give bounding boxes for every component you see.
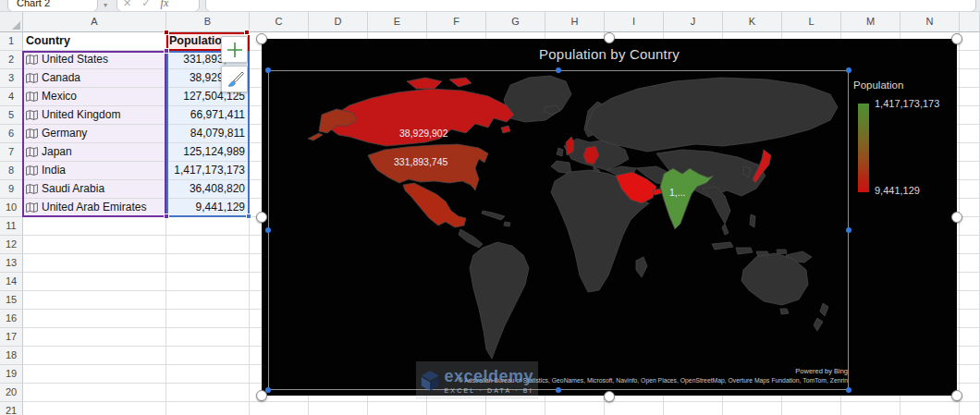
cell-O18[interactable]: [960, 347, 980, 365]
cell-A19[interactable]: [23, 365, 166, 384]
cell-B15[interactable]: [166, 291, 250, 310]
column-header-E[interactable]: E: [368, 12, 427, 32]
cell-A5[interactable]: United Kingdom: [23, 106, 166, 125]
cell-B11[interactable]: [166, 217, 250, 236]
cell-O5[interactable]: [960, 106, 980, 125]
column-header-I[interactable]: I: [605, 12, 664, 32]
column-header-C[interactable]: C: [250, 12, 309, 32]
cell-B14[interactable]: [166, 273, 250, 291]
cancel-icon[interactable]: ✕: [123, 0, 131, 8]
cell-O9[interactable]: [960, 180, 980, 199]
column-header-B[interactable]: B: [166, 12, 250, 32]
plot-handle[interactable]: [846, 227, 851, 233]
cell-A15[interactable]: [23, 291, 166, 310]
cell-A14[interactable]: [23, 273, 166, 291]
cell-A6[interactable]: Germany: [23, 125, 166, 143]
column-header-M[interactable]: M: [841, 12, 900, 32]
cell-O8[interactable]: [960, 162, 980, 180]
row-header-2[interactable]: 2: [0, 51, 23, 69]
enter-icon[interactable]: ✓: [141, 0, 150, 8]
row-header-11[interactable]: 11: [0, 217, 23, 236]
cell-A3[interactable]: Canada: [23, 69, 166, 88]
cell-C21[interactable]: [250, 402, 309, 415]
cell-J21[interactable]: [664, 402, 723, 415]
row-header-14[interactable]: 14: [0, 273, 23, 291]
plot-handle[interactable]: [265, 227, 271, 233]
map-country-mexico[interactable]: [403, 183, 466, 227]
cell-M21[interactable]: [841, 402, 900, 415]
cell-B21[interactable]: [166, 402, 250, 415]
cell-O17[interactable]: [960, 328, 980, 347]
cell-F21[interactable]: [427, 402, 486, 415]
chart-resize-handle-s[interactable]: [604, 391, 615, 402]
cell-D21[interactable]: [309, 402, 368, 415]
plot-handle[interactable]: [846, 387, 851, 393]
cell-L21[interactable]: [782, 402, 841, 415]
cell-O14[interactable]: [960, 273, 980, 291]
row-header-21[interactable]: 21: [0, 402, 23, 415]
cell-O21[interactable]: [960, 402, 980, 415]
chart-title[interactable]: Population by Country: [262, 46, 957, 62]
cell-A8[interactable]: India: [23, 162, 166, 180]
cell-A20[interactable]: [23, 384, 166, 402]
column-header-N[interactable]: N: [900, 12, 960, 32]
range-handle[interactable]: [164, 48, 169, 54]
cell-B6[interactable]: 84,079,811: [166, 125, 250, 143]
plot-handle[interactable]: [556, 67, 561, 73]
chart-elements-button[interactable]: [221, 36, 248, 63]
name-box[interactable]: Chart 2: [7, 0, 98, 12]
name-box-dropdown-icon[interactable]: ▾: [104, 1, 107, 9]
column-header-L[interactable]: L: [782, 12, 841, 32]
cell-O6[interactable]: [960, 125, 980, 143]
cell-A4[interactable]: Mexico: [23, 88, 166, 106]
cell-G21[interactable]: [486, 402, 545, 415]
cell-B17[interactable]: [166, 328, 250, 347]
formula-bar-input[interactable]: [205, 0, 976, 12]
row-header-7[interactable]: 7: [0, 143, 23, 162]
cell-B13[interactable]: [166, 254, 250, 273]
fx-icon[interactable]: fx: [161, 0, 169, 9]
row-header-12[interactable]: 12: [0, 236, 23, 254]
chart-resize-handle-sw[interactable]: [256, 390, 267, 401]
cell-O13[interactable]: [960, 254, 980, 273]
chart-resize-handle-ne[interactable]: [951, 33, 962, 44]
cell-B18[interactable]: [166, 347, 250, 365]
row-header-4[interactable]: 4: [0, 88, 23, 106]
cell-A17[interactable]: [23, 328, 166, 347]
cell-B19[interactable]: [166, 365, 250, 384]
cell-A21[interactable]: [23, 402, 166, 415]
cell-A13[interactable]: [23, 254, 166, 273]
chart-resize-handle-nw[interactable]: [256, 33, 267, 44]
cell-B10[interactable]: 9,441,129: [166, 199, 250, 217]
row-header-16[interactable]: 16: [0, 310, 23, 328]
column-header-G[interactable]: G: [486, 12, 545, 32]
row-header-20[interactable]: 20: [0, 384, 23, 402]
cell-A12[interactable]: [23, 236, 166, 254]
cell-O12[interactable]: [960, 236, 980, 254]
plot-handle[interactable]: [265, 67, 271, 73]
chart-resize-handle-w[interactable]: [256, 212, 267, 223]
chart-resize-handle-n[interactable]: [604, 32, 615, 43]
cell-O1[interactable]: [960, 32, 980, 51]
cell-A18[interactable]: [23, 347, 166, 365]
cell-O20[interactable]: [960, 384, 980, 402]
cell-O2[interactable]: [960, 51, 980, 69]
cell-O10[interactable]: [960, 199, 980, 217]
row-header-19[interactable]: 19: [0, 365, 23, 384]
cell-H21[interactable]: [545, 402, 605, 415]
cell-A7[interactable]: Japan: [23, 143, 166, 162]
cell-A1[interactable]: Country: [23, 32, 166, 51]
row-header-5[interactable]: 5: [0, 106, 23, 125]
cell-B7[interactable]: 125,124,989: [166, 143, 250, 162]
chart-legend[interactable]: Population 1,417,173,173 9,441,129: [851, 79, 903, 91]
map-country-india[interactable]: [660, 168, 714, 229]
cell-O7[interactable]: [960, 143, 980, 162]
map-chart[interactable]: Population by Country: [262, 39, 957, 396]
row-header-8[interactable]: 8: [0, 162, 23, 180]
cell-O11[interactable]: [960, 217, 980, 236]
cell-N21[interactable]: [900, 402, 960, 415]
cell-O4[interactable]: [960, 88, 980, 106]
cell-B8[interactable]: 1,417,173,173: [166, 162, 250, 180]
column-header-D[interactable]: D: [309, 12, 368, 32]
row-header-1[interactable]: 1: [0, 32, 23, 51]
